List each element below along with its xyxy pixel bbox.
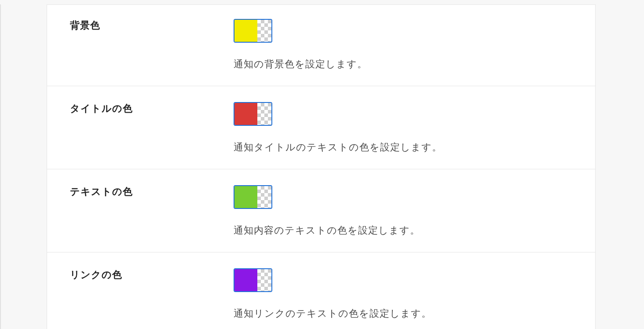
- color-swatch-background[interactable]: [234, 19, 272, 43]
- setting-row-background: 背景色 通知の背景色を設定します。: [47, 4, 595, 86]
- color-fill-text: [234, 186, 257, 208]
- color-swatch-link[interactable]: [234, 268, 272, 292]
- color-swatch-title[interactable]: [234, 102, 272, 126]
- color-settings-panel: 背景色 通知の背景色を設定します。 タイトルの色 通知タイトルのテキストの色を設…: [47, 4, 596, 329]
- alpha-pattern-icon: [257, 186, 271, 208]
- setting-row-link: リンクの色 通知リンクのテキストの色を設定します。: [47, 252, 595, 329]
- setting-label-background: 背景色: [70, 20, 100, 31]
- setting-desc-title: 通知タイトルのテキストの色を設定します。: [234, 141, 585, 154]
- alpha-pattern-icon: [257, 269, 271, 291]
- setting-desc-link: 通知リンクのテキストの色を設定します。: [234, 307, 585, 320]
- setting-label-title: タイトルの色: [70, 103, 133, 114]
- setting-row-title: タイトルの色 通知タイトルのテキストの色を設定します。: [47, 86, 595, 169]
- alpha-pattern-icon: [257, 20, 271, 42]
- setting-label-link: リンクの色: [70, 269, 122, 280]
- color-fill-background: [234, 20, 257, 42]
- setting-row-text: テキストの色 通知内容のテキストの色を設定します。: [47, 169, 595, 252]
- color-swatch-text[interactable]: [234, 185, 272, 209]
- setting-desc-text: 通知内容のテキストの色を設定します。: [234, 224, 585, 237]
- color-fill-title: [234, 103, 257, 125]
- setting-desc-background: 通知の背景色を設定します。: [234, 58, 585, 71]
- color-fill-link: [234, 269, 257, 291]
- alpha-pattern-icon: [257, 103, 271, 125]
- setting-label-text: テキストの色: [70, 186, 133, 197]
